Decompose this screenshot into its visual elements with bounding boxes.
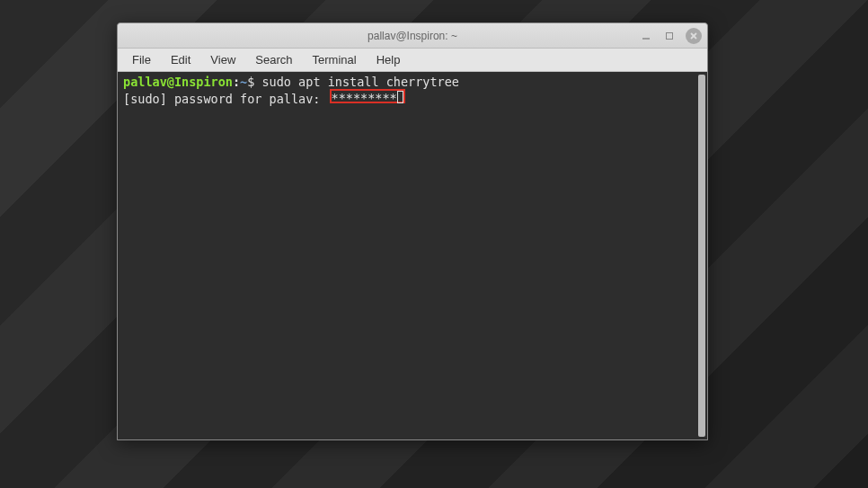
password-highlight-box: ********* [330,89,405,103]
menu-file[interactable]: File [123,49,160,70]
maximize-icon [665,31,674,40]
close-button[interactable] [686,28,702,44]
menu-edit[interactable]: Edit [162,49,199,70]
svg-rect-1 [667,32,673,39]
prompt-separator: : [233,75,240,89]
menu-search[interactable]: Search [246,49,301,70]
maximize-button[interactable] [662,29,677,43]
minimize-icon [642,31,651,40]
terminal-line-2: [sudo] password for pallav: ********* [123,90,702,107]
terminal-body[interactable]: pallav@Inspiron:~$ sudo apt install cher… [118,72,707,439]
sudo-password-prompt: [sudo] password for pallav: [123,92,328,106]
terminal-line-1: pallav@Inspiron:~$ sudo apt install cher… [123,75,702,90]
close-icon [689,31,698,40]
scrollbar[interactable] [698,75,705,437]
terminal-window: pallav@Inspiron: ~ File Edit View Search… [117,22,708,440]
prompt-user-host: pallav@Inspiron [123,75,233,89]
menu-help[interactable]: Help [368,49,410,70]
minimize-button[interactable] [639,29,653,43]
titlebar[interactable]: pallav@Inspiron: ~ [118,23,707,49]
password-masked: ********* [332,91,397,105]
menubar: File Edit View Search Terminal Help [118,49,707,72]
window-controls [639,28,702,44]
prompt-path: ~ [240,75,247,89]
terminal-cursor [397,91,403,103]
window-title: pallav@Inspiron: ~ [368,30,457,42]
command-text: sudo apt install cherrytree [261,75,458,89]
menu-view[interactable]: View [201,49,244,70]
menu-terminal[interactable]: Terminal [304,49,366,70]
